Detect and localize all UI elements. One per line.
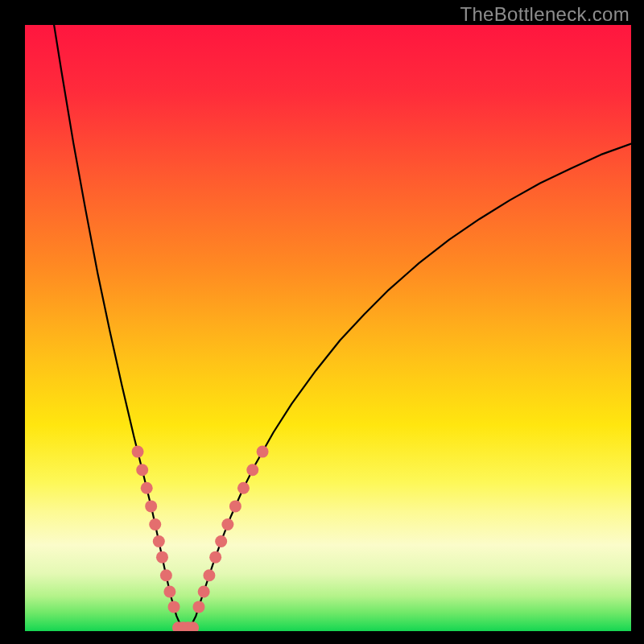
watermark-text: TheBottleneck.com bbox=[460, 3, 630, 26]
svg-point-5 bbox=[168, 601, 180, 613]
svg-point-12 bbox=[209, 551, 221, 564]
svg-point-20 bbox=[237, 482, 250, 494]
svg-point-21 bbox=[136, 464, 148, 476]
curve-markers bbox=[25, 25, 631, 631]
svg-point-17 bbox=[145, 500, 157, 512]
svg-point-15 bbox=[149, 518, 161, 530]
svg-point-13 bbox=[153, 535, 165, 547]
svg-point-7 bbox=[163, 586, 175, 598]
chart-plot-area bbox=[25, 25, 631, 631]
svg-point-19 bbox=[141, 482, 153, 494]
svg-point-23 bbox=[132, 446, 144, 458]
svg-point-24 bbox=[257, 446, 269, 458]
svg-point-11 bbox=[156, 551, 168, 564]
svg-point-14 bbox=[215, 535, 227, 547]
svg-point-18 bbox=[229, 500, 242, 512]
svg-point-9 bbox=[160, 569, 172, 581]
svg-point-10 bbox=[203, 569, 215, 581]
svg-point-8 bbox=[198, 586, 210, 598]
svg-point-6 bbox=[192, 601, 204, 613]
svg-point-16 bbox=[221, 518, 233, 530]
svg-point-22 bbox=[246, 464, 258, 476]
